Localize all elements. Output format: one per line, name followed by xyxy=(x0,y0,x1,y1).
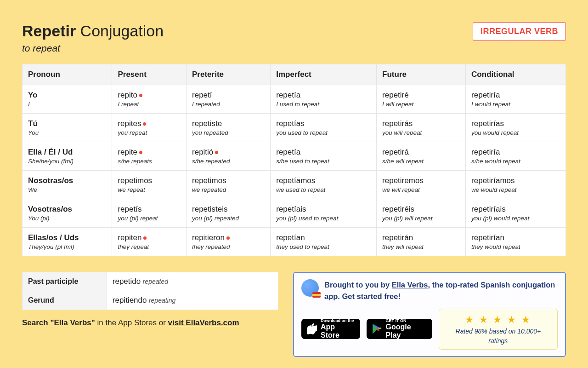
irregular-dot-icon xyxy=(226,236,230,240)
pronoun-cell: TúYou xyxy=(23,114,112,142)
irregular-dot-icon xyxy=(139,151,142,154)
conjugation-cell: repites/he repeats xyxy=(112,142,187,171)
past-participle-value: repetido repeated xyxy=(107,272,278,291)
table-row: Ella / Él / UdShe/he/you (fml)repites/he… xyxy=(23,142,566,171)
column-header: Conditional xyxy=(466,64,566,85)
table-row: Nosotras/osWerepetimoswe repeatrepetimos… xyxy=(23,171,566,199)
page-title: Repetir Conjugation xyxy=(22,22,164,40)
pronoun-cell: YoI xyxy=(23,85,112,114)
conjugation-cell: repetíaI used to repeat xyxy=(271,85,377,114)
conjugation-cell: repetiréisyou (pl) will repeat xyxy=(377,199,466,228)
conjugation-cell: repitiós/he repeated xyxy=(187,142,271,171)
conjugation-cell: repitieronthey repeated xyxy=(187,228,271,256)
table-row: Ellas/os / UdsThey/you (pl fml)repitenth… xyxy=(23,228,566,256)
irregular-dot-icon xyxy=(143,236,147,240)
apple-icon xyxy=(307,323,317,335)
app-icon xyxy=(301,279,319,297)
conjugation-cell: repetíI repeated xyxy=(187,85,271,114)
conjugation-cell: repetiremoswe will repeat xyxy=(377,171,466,199)
rating-box: ★ ★ ★ ★ ★ Rated 98% based on 10,000+ rat… xyxy=(439,309,558,350)
conjugation-cell: repitoI repeat xyxy=(112,85,187,114)
app-store-button[interactable]: Download on the App Store xyxy=(301,319,360,339)
column-header: Preterite xyxy=(187,64,271,85)
table-row: TúYourepitesyou repeatrepetisteyou repea… xyxy=(23,114,566,142)
conjugation-cell: repetiríamoswe would repeat xyxy=(466,171,566,199)
conjugation-cell: repetiríaI would repeat xyxy=(466,85,566,114)
irregular-dot-icon xyxy=(215,151,218,154)
column-header: Imperfect xyxy=(271,64,377,85)
column-header: Pronoun xyxy=(23,64,112,85)
gerund-label: Gerund xyxy=(23,291,107,310)
conjugation-cell: repetiríaisyou (pl) would repeat xyxy=(466,199,566,228)
conjugation-cell: repetiríasyou would repeat xyxy=(466,114,566,142)
gerund-value: repitiendo repeating xyxy=(107,291,278,310)
conjugation-cell: repetisteisyou (pl) repeated xyxy=(187,199,271,228)
conjugation-cell: repetíaisyou (pl) used to repeat xyxy=(271,199,377,228)
conjugation-cell: repetíamoswe used to repeat xyxy=(271,171,377,199)
ella-verbs-link[interactable]: Ella Verbs xyxy=(392,281,428,289)
title-rest: Conjugation xyxy=(80,22,164,40)
conjugation-cell: repetimoswe repeat xyxy=(112,171,187,199)
pronoun-cell: Nosotras/osWe xyxy=(23,171,112,199)
table-row: YoIrepitoI repeatrepetíI repeatedrepetía… xyxy=(23,85,566,114)
table-row: Vosotras/osYou (pl)repetísyou (pl) repea… xyxy=(23,199,566,228)
visit-link[interactable]: visit EllaVerbs.com xyxy=(168,318,239,327)
conjugation-cell: repetirías/he would repeat xyxy=(466,142,566,171)
search-note: Search "Ella Verbs" in the App Stores or… xyxy=(22,318,278,328)
pronoun-cell: Ellas/os / UdsThey/you (pl fml) xyxy=(23,228,112,256)
promo-box: Brought to you by Ella Verbs, the top-ra… xyxy=(293,272,566,357)
column-header: Present xyxy=(112,64,187,85)
conjugation-cell: repetiránthey will repeat xyxy=(377,228,466,256)
pronoun-cell: Ella / Él / UdShe/he/you (fml) xyxy=(23,142,112,171)
verb-translation: to repeat xyxy=(22,43,164,54)
participles-table: Past participle repetido repeated Gerund… xyxy=(22,272,278,310)
conjugation-cell: repetísyou (pl) repeat xyxy=(112,199,187,228)
promo-text: Brought to you by Ella Verbs, the top-ra… xyxy=(324,279,558,302)
conjugation-cell: repetisteyou repeated xyxy=(187,114,271,142)
conjugation-table: PronounPresentPreteriteImperfectFutureCo… xyxy=(22,64,566,256)
conjugation-cell: repitenthey repeat xyxy=(112,228,187,256)
conjugation-cell: repetiréI will repeat xyxy=(377,85,466,114)
conjugation-cell: repetíanthey used to repeat xyxy=(271,228,377,256)
google-play-button[interactable]: GET IT ON Google Play xyxy=(367,319,432,339)
irregular-badge: IRREGULAR VERB xyxy=(473,22,566,41)
conjugation-cell: repitesyou repeat xyxy=(112,114,187,142)
conjugation-cell: repetirás/he will repeat xyxy=(377,142,466,171)
pronoun-cell: Vosotras/osYou (pl) xyxy=(23,199,112,228)
column-header: Future xyxy=(377,64,466,85)
irregular-dot-icon xyxy=(139,94,142,97)
conjugation-cell: repetíasyou used to repeat xyxy=(271,114,377,142)
past-participle-label: Past participle xyxy=(23,272,107,291)
google-play-icon xyxy=(372,323,382,334)
conjugation-cell: repetiríanthey would repeat xyxy=(466,228,566,256)
conjugation-cell: repetirásyou will repeat xyxy=(377,114,466,142)
conjugation-cell: repetimoswe repeated xyxy=(187,171,271,199)
irregular-dot-icon xyxy=(143,122,146,126)
verb-name: Repetir xyxy=(22,22,76,40)
star-icons: ★ ★ ★ ★ ★ xyxy=(447,312,550,327)
conjugation-cell: repetías/he used to repeat xyxy=(271,142,377,171)
